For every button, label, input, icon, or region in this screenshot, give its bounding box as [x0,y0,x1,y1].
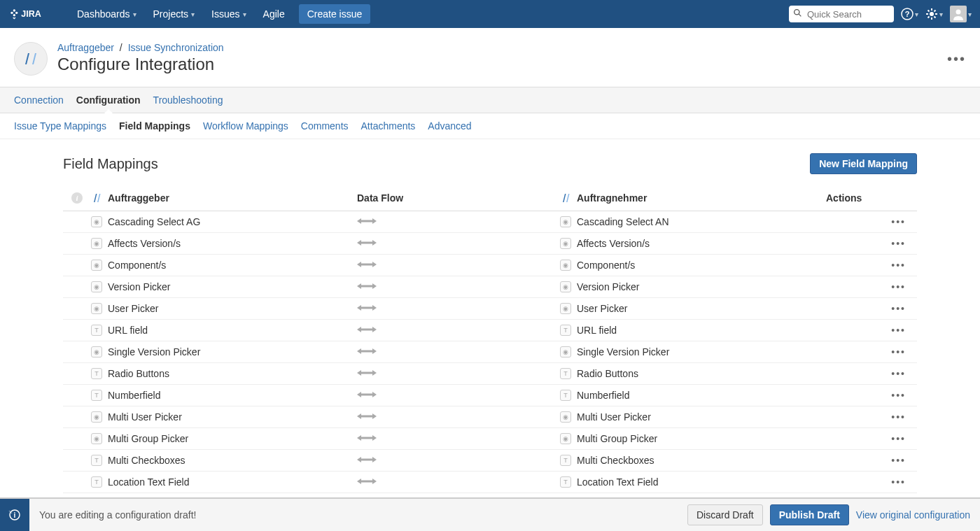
view-original-link[interactable]: View original configuration [856,509,970,521]
table-body: ◉Cascading Select AG◉Cascading Select AN… [63,211,917,493]
row-actions-menu[interactable]: ••• [826,476,917,488]
bottom-actions: Discard Draft Publish Draft View origina… [687,504,980,525]
table-row[interactable]: TURL fieldTURL field••• [63,320,917,341]
subtab-issue-type-mappings[interactable]: Issue Type Mappings [14,120,106,132]
svg-marker-45 [372,392,377,397]
nav-dashboards[interactable]: Dashboards▾ [69,0,145,28]
svg-marker-21 [372,218,377,224]
field-right-label: Location Text Field [577,476,658,488]
row-actions-menu[interactable]: ••• [826,325,917,336]
row-actions-menu[interactable]: ••• [826,281,917,292]
help-button[interactable]: ? ▾ [901,8,918,20]
row-actions-menu[interactable]: ••• [826,368,917,379]
table-row[interactable]: TMulti CheckboxesTMulti Checkboxes••• [63,450,917,472]
field-type-icon: ◉ [560,260,571,271]
field-right-label: Affects Version/s [577,238,650,249]
field-right-label: Multi Group Picker [577,433,657,444]
jira-icon [560,192,571,204]
subtab-workflow-mappings[interactable]: Workflow Mappings [203,120,288,132]
svg-marker-44 [357,392,361,397]
row-actions-menu[interactable]: ••• [826,411,917,423]
svg-marker-29 [357,283,361,289]
breadcrumb-project[interactable]: Auftraggeber [57,42,114,53]
row-actions-menu[interactable]: ••• [826,346,917,357]
field-left-label: Multi Checkboxes [108,455,186,466]
collapse-handle[interactable]: i [0,499,29,531]
table-row[interactable]: ◉Component/s◉Component/s••• [63,255,917,276]
field-right: TNumberfield [560,390,826,401]
subtab-advanced[interactable]: Advanced [428,120,471,132]
tab-configuration[interactable]: Configuration [76,87,141,113]
nav-issues[interactable]: Issues▾ [203,0,254,28]
bidirectional-arrow-icon [357,411,377,423]
new-field-mapping-button[interactable]: New Field Mapping [810,153,917,174]
field-left: TMulti Checkboxes [63,455,357,466]
row-actions-menu[interactable]: ••• [826,216,917,227]
field-left: ◉Single Version Picker [63,346,357,357]
top-nav: JIRA Dashboards▾ Projects▾ Issues▾ Agile… [0,0,980,28]
settings-button[interactable]: ▾ [925,8,943,20]
field-right-label: Version Picker [577,281,639,292]
table-row[interactable]: TRadio ButtonsTRadio Buttons••• [63,363,917,385]
svg-marker-36 [372,327,377,332]
publish-draft-button[interactable]: Publish Draft [770,504,849,525]
row-actions-menu[interactable]: ••• [826,455,917,466]
table-row[interactable]: ◉User Picker◉User Picker••• [63,298,917,320]
row-actions-menu[interactable]: ••• [826,433,917,444]
tab-connection[interactable]: Connection [14,87,64,113]
create-issue-button[interactable]: Create issue [299,4,371,24]
field-right: ◉Multi Group Picker [560,433,826,444]
search-input[interactable] [789,6,894,22]
breadcrumb-separator: / [120,42,122,53]
breadcrumb-section[interactable]: Issue Synchronization [128,42,224,53]
subtab-attachments[interactable]: Attachments [361,120,416,132]
jira-logo[interactable]: JIRA [8,7,57,21]
nav-projects[interactable]: Projects▾ [145,0,204,28]
field-type-icon: T [560,390,571,401]
project-avatar [14,42,48,76]
table-row[interactable]: TLocation Text FieldTLocation Text Field… [63,472,917,493]
field-left: ◉Cascading Select AG [63,216,357,227]
row-actions-menu[interactable]: ••• [826,260,917,271]
field-left-label: Multi Group Picker [108,433,188,444]
bidirectional-arrow-icon [357,455,377,466]
row-actions-menu[interactable]: ••• [826,303,917,314]
svg-marker-39 [372,348,377,354]
nav-agile[interactable]: Agile [255,0,293,28]
svg-marker-56 [357,479,361,484]
subtab-comments[interactable]: Comments [301,120,349,132]
field-type-icon: ◉ [560,346,571,357]
field-type-icon: ◉ [560,281,571,292]
table-row[interactable]: ◉Version Picker◉Version Picker••• [63,276,917,298]
svg-marker-38 [357,348,361,354]
svg-marker-20 [357,218,361,224]
discard-draft-button[interactable]: Discard Draft [687,504,763,525]
user-menu[interactable]: ▾ [950,6,972,22]
col-left-label: Auftraggeber [108,192,169,204]
table-row[interactable]: TNumberfieldTNumberfield••• [63,385,917,406]
field-right-label: Numberfield [577,390,629,401]
table-row[interactable]: ◉Affects Version/s◉Affects Version/s••• [63,233,917,255]
table-row[interactable]: ◉Single Version Picker◉Single Version Pi… [63,341,917,363]
svg-line-15 [934,17,936,18]
tab-troubleshooting[interactable]: Troubleshooting [153,87,223,113]
field-type-icon: T [91,455,102,466]
row-actions-menu[interactable]: ••• [826,238,917,249]
table-row[interactable]: ◉Multi User Picker◉Multi User Picker••• [63,406,917,428]
svg-marker-54 [372,457,377,462]
info-column: i [63,192,91,204]
search-icon [793,8,802,20]
field-left: ◉Version Picker [63,281,357,292]
subtab-field-mappings[interactable]: Field Mappings [119,120,190,132]
table-row[interactable]: ◉Multi Group Picker◉Multi Group Picker••… [63,428,917,450]
field-right: ◉Multi User Picker [560,411,826,423]
field-type-icon: ◉ [91,216,102,227]
field-type-icon: ◉ [560,433,571,444]
svg-point-5 [794,10,799,15]
page-actions-menu[interactable]: ••• [947,51,966,67]
table-row[interactable]: ◉Cascading Select AG◉Cascading Select AN… [63,211,917,233]
jira-icon [91,192,102,204]
section-title: Field Mappings [63,156,158,172]
nav-right: ? ▾ ▾ ▾ [789,6,972,22]
row-actions-menu[interactable]: ••• [826,390,917,401]
